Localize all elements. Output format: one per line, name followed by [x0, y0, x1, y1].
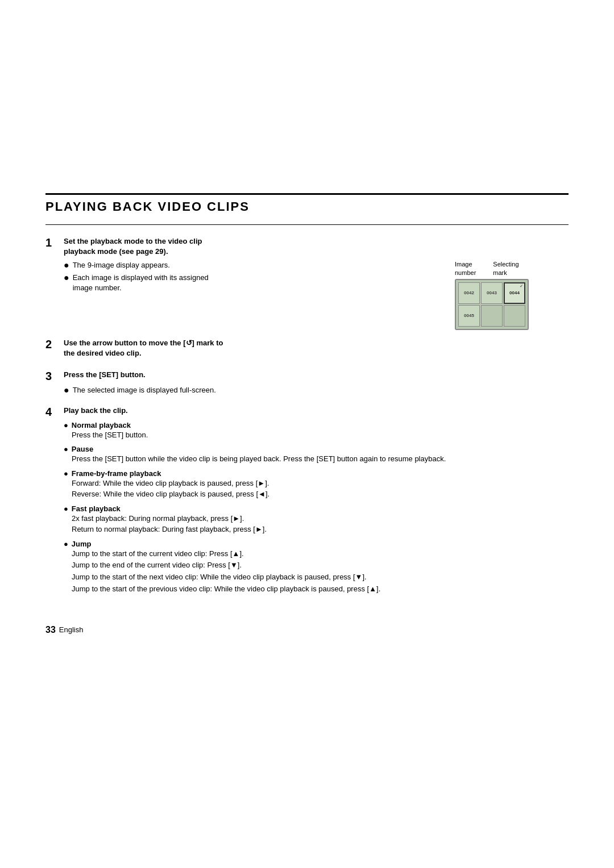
step-2: 2 Use the arrow button to move the [↺] m…: [45, 338, 569, 362]
step-4: 4 Play back the clip. ● Normal playback …: [45, 406, 569, 600]
step-1-number: 1: [45, 237, 58, 248]
page-lang: English: [59, 625, 84, 634]
lcd-cell-0044: ✓ 0044: [504, 282, 525, 304]
bullet-dot-pause: ●: [64, 445, 68, 453]
bullet-dot-jump: ●: [64, 540, 68, 548]
playback-pause-label: ● Pause: [64, 445, 569, 453]
step-2-number: 2: [45, 339, 58, 350]
lcd-cell-0045: 0045: [458, 305, 480, 327]
page-number: 33: [45, 625, 56, 635]
bullet-dot: ●: [64, 260, 69, 270]
step-4-title: Play back the clip.: [64, 406, 128, 416]
playback-frame-label: ● Frame-by-frame playback: [64, 469, 569, 478]
image-label-number: Imagenumber: [455, 260, 476, 277]
step-1-text: ● The 9-image display appears. ● Each im…: [64, 260, 443, 295]
lcd-mockup: 0042 0043 ✓ 0044 0045: [455, 279, 529, 330]
step-4-content: ● Normal playback Press the [SET] button…: [64, 421, 569, 600]
step-2-title: Use the arrow button to move the [↺] mar…: [64, 338, 223, 358]
playback-normal-label: ● Normal playback: [64, 421, 569, 429]
playback-jump-label: ● Jump: [64, 540, 569, 548]
step-1-bullet-1-text: The 9-image display appears.: [73, 260, 170, 270]
step-4-header: 4 Play back the clip.: [45, 406, 569, 418]
bullet-dot-frame: ●: [64, 469, 68, 478]
step-1-title: Set the playback mode to the video clipp…: [64, 236, 202, 257]
playback-normal: ● Normal playback Press the [SET] button…: [64, 421, 569, 441]
step-1-image-col: Imagenumber Selectingmark 0042 0043 ✓ 00…: [455, 260, 569, 330]
image-label-selecting: Selectingmark: [493, 260, 518, 277]
playback-jump-desc: Jump to the start of the current video c…: [72, 548, 569, 595]
playback-normal-title: Normal playback: [72, 421, 131, 429]
playback-pause-desc: Press the [SET] button while the video c…: [72, 453, 569, 465]
playback-fast-title: Fast playback: [72, 504, 121, 513]
playback-jump: ● Jump Jump to the start of the current …: [64, 540, 569, 595]
playback-frame: ● Frame-by-frame playback Forward: While…: [64, 469, 569, 500]
bullet-dot-normal: ●: [64, 421, 68, 429]
lcd-cell-empty2: [504, 305, 525, 327]
step-1-bullet-1: ● The 9-image display appears.: [64, 260, 443, 270]
step-1-header: 1 Set the playback mode to the video cli…: [45, 236, 569, 257]
bullet-dot-2: ●: [64, 273, 69, 283]
section-title: PLAYING BACK VIDEO CLIPS: [45, 199, 250, 214]
page-number-row: 33 English: [45, 625, 569, 635]
step-3-content: ● The selected image is displayed full-s…: [64, 385, 569, 397]
playback-pause: ● Pause Press the [SET] button while the…: [64, 445, 569, 465]
step-1-bullet-2-text: Each image is displayed with its assigne…: [73, 273, 209, 293]
playback-fast: ● Fast playback 2x fast playback: During…: [64, 504, 569, 535]
playback-fast-label: ● Fast playback: [64, 504, 569, 513]
lcd-cell-0043: 0043: [481, 282, 503, 304]
top-space: [45, 34, 569, 193]
playback-pause-title: Pause: [72, 445, 93, 453]
step-3-bullet-1: ● The selected image is displayed full-s…: [64, 385, 569, 395]
step-1-bullet-2: ● Each image is displayed with its assig…: [64, 273, 443, 293]
step-1-content: ● The 9-image display appears. ● Each im…: [64, 260, 569, 330]
playback-frame-desc: Forward: While the video clip playback i…: [72, 478, 569, 500]
playback-frame-title: Frame-by-frame playback: [72, 469, 161, 478]
step-3-bullet-1-text: The selected image is displayed full-scr…: [73, 385, 216, 395]
section-title-bar: PLAYING BACK VIDEO CLIPS: [45, 193, 569, 214]
playback-jump-title: Jump: [72, 540, 92, 548]
content-area: 1 Set the playback mode to the video cli…: [45, 236, 569, 608]
step-3-bullet-dot: ●: [64, 385, 69, 395]
page: PLAYING BACK VIDEO CLIPS 1 Set the playb…: [0, 0, 614, 868]
lcd-cell-empty1: [481, 305, 503, 327]
bullet-dot-fast: ●: [64, 504, 68, 513]
step-1: 1 Set the playback mode to the video cli…: [45, 236, 569, 330]
step-1-row: ● The 9-image display appears. ● Each im…: [64, 260, 569, 330]
step-2-header: 2 Use the arrow button to move the [↺] m…: [45, 338, 569, 358]
step-3-number: 3: [45, 370, 58, 382]
divider: [45, 224, 569, 225]
image-label-row: Imagenumber Selectingmark: [455, 260, 569, 277]
step-3-title: Press the [SET] button.: [64, 370, 146, 380]
playback-normal-desc: Press the [SET] button.: [72, 429, 569, 441]
step-3-header: 3 Press the [SET] button.: [45, 370, 569, 382]
step-4-number: 4: [45, 406, 58, 418]
playback-fast-desc: 2x fast playback: During normal playback…: [72, 513, 569, 535]
step-3: 3 Press the [SET] button. ● The selected…: [45, 370, 569, 397]
lcd-cell-0042: 0042: [458, 282, 480, 304]
